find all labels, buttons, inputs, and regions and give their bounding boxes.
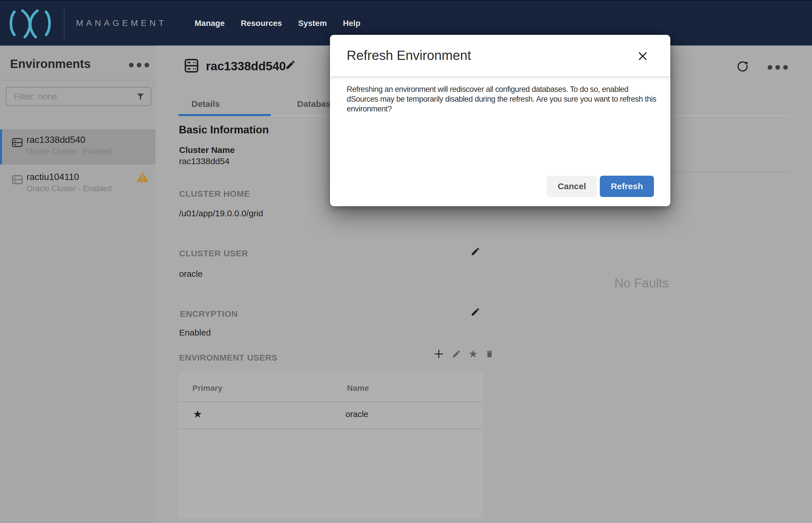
dialog-title: Refresh Environment	[347, 48, 471, 63]
cancel-button[interactable]: Cancel	[547, 176, 597, 197]
refresh-button[interactable]: Refresh	[600, 176, 654, 197]
refresh-environment-dialog: Refresh Environment Refreshing an enviro…	[330, 35, 670, 206]
close-icon[interactable]	[636, 49, 650, 63]
dialog-message: Refreshing an environment will rediscove…	[347, 84, 658, 114]
dialog-header: Refresh Environment	[330, 35, 670, 77]
dialog-footer: Cancel Refresh	[547, 176, 654, 197]
